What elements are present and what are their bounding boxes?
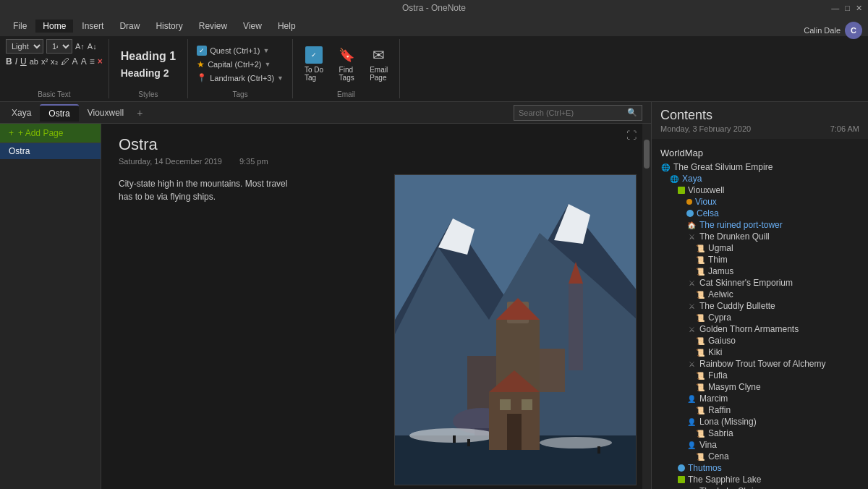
maximize-button[interactable]: □: [845, 4, 850, 13]
quest-tag[interactable]: ✓ Quest (Ctrl+1) ▼: [194, 45, 286, 56]
page-ostra[interactable]: Ostra: [0, 143, 101, 159]
underline-button[interactable]: U: [20, 56, 27, 67]
cypra-label: Cypra: [708, 312, 731, 323]
superscript-button[interactable]: x²: [41, 57, 48, 66]
text-format-row: B I U ab x² x₂ 🖊 A A ≡ ×: [6, 56, 103, 67]
add-tab-button[interactable]: +: [132, 106, 147, 120]
grow-font-button[interactable]: A↑: [75, 42, 85, 51]
person-icon-lona: 👤: [686, 417, 697, 427]
scroll-thumb[interactable]: [644, 140, 650, 169]
highlight-button[interactable]: 🖊: [61, 56, 69, 67]
tree-item-aelwic[interactable]: 📜 Aelwic: [652, 289, 868, 300]
minimize-button[interactable]: —: [831, 4, 839, 13]
tree-item-kiki[interactable]: 📜 Kiki: [652, 346, 868, 358]
content-scrollbar[interactable]: [642, 124, 651, 489]
tree-item-cypra[interactable]: 📜 Cypra: [652, 312, 868, 323]
tree-item-raffin[interactable]: 📜 Raffin: [652, 404, 868, 416]
contents-date: Monday, 3 February 2020: [660, 124, 751, 133]
scroll-icon-thim: 📜: [695, 255, 705, 265]
scroll-icon-gaiuso: 📜: [695, 336, 705, 346]
tab-xaya[interactable]: Xaya: [3, 105, 40, 121]
expand-button[interactable]: ⛶: [626, 129, 637, 141]
tree-item-jamus[interactable]: 📜 Jamus: [652, 265, 868, 277]
tree-item-silvium[interactable]: 🌐 The Great Silvium Empire: [652, 161, 868, 173]
email-page-button[interactable]: ✉ EmailPage: [364, 43, 393, 85]
tab-viouxwell[interactable]: Viouxwell: [79, 105, 132, 121]
email-icon: ✉: [370, 46, 388, 64]
svg-rect-22: [507, 414, 522, 450]
strikethrough-button[interactable]: ab: [30, 57, 38, 66]
delete-format-button[interactable]: ×: [98, 56, 103, 67]
scroll-icon-cypra: 📜: [695, 312, 705, 323]
tree-item-cena[interactable]: 📜 Cena: [652, 451, 868, 462]
svg-rect-8: [569, 284, 583, 370]
tree-item-ugmal[interactable]: 📜 Ugmal: [652, 242, 868, 254]
tree-item-vioux[interactable]: Vioux: [652, 196, 868, 208]
align-button[interactable]: ≡: [90, 56, 95, 67]
tree-item-thim[interactable]: 📜 Thim: [652, 254, 868, 265]
tab-help[interactable]: Help: [271, 20, 303, 33]
shrink-font-button[interactable]: A↓: [88, 42, 97, 51]
tree-item-masym[interactable]: 📜 Masym Clyne: [652, 381, 868, 393]
tag-dropdown-arrow[interactable]: ▼: [263, 47, 270, 54]
add-page-button[interactable]: + + Add Page: [0, 124, 101, 143]
font-name-select[interactable]: Light: [6, 39, 43, 54]
golden-thorn-label: Golden Thorn Armaments: [699, 324, 799, 334]
page-icon-tower: 🏠: [686, 220, 697, 230]
tree-item-fufia[interactable]: 📜 Fufia: [652, 370, 868, 381]
page-title: Ostra: [119, 135, 625, 154]
window-controls[interactable]: — □ ✕: [831, 4, 862, 13]
tab-history[interactable]: History: [148, 20, 190, 33]
clear-format-button[interactable]: A: [81, 56, 87, 67]
add-page-icon: +: [9, 128, 14, 138]
font-color-button[interactable]: A: [72, 56, 78, 67]
tab-review[interactable]: Review: [192, 20, 234, 33]
heading1-button[interactable]: Heading 1: [115, 48, 182, 64]
heading2-button[interactable]: Heading 2: [115, 66, 182, 80]
tab-view[interactable]: View: [236, 20, 269, 33]
todo-tag-button[interactable]: ✓ To DoTag: [299, 43, 329, 85]
find-tags-label: FindTags: [339, 66, 354, 82]
tree-item-cuddly[interactable]: ⚔ The Cuddly Bullette: [652, 300, 868, 312]
tree-item-vina[interactable]: 👤 Vina: [652, 439, 868, 451]
thim-label: Thim: [708, 255, 728, 265]
search-input[interactable]: [514, 109, 623, 117]
search-icon[interactable]: 🔍: [623, 108, 642, 117]
tree-item-gaiuso[interactable]: 📜 Gaiuso: [652, 335, 868, 346]
tree-item-golden-thorn[interactable]: ⚔ Golden Thorn Armaments: [652, 323, 868, 335]
landmark-dropdown-arrow[interactable]: ▼: [277, 75, 284, 82]
tree-item-lona[interactable]: 👤 Lona (Missing): [652, 416, 868, 428]
tab-home[interactable]: Home: [35, 20, 73, 33]
close-button[interactable]: ✕: [856, 4, 862, 13]
tree-item-rainbow[interactable]: ⚔ Rainbow Trout Tower of Alchemy: [652, 358, 868, 370]
tree-item-lake-shrine[interactable]: ⚔ The Lake Shrine: [652, 485, 868, 489]
tab-file[interactable]: File: [6, 20, 34, 33]
tab-insert[interactable]: Insert: [75, 20, 111, 33]
app-title: Ostra - OneNote: [402, 3, 466, 13]
tab-draw[interactable]: Draw: [112, 20, 147, 33]
tree-item-ruined-tower[interactable]: 🏠 The ruined port-tower: [652, 219, 868, 231]
ugmal-label: Ugmal: [708, 243, 733, 253]
italic-button[interactable]: I: [15, 56, 17, 67]
bold-button[interactable]: B: [6, 56, 12, 67]
capital-tag[interactable]: ★ Capital (Ctrl+2) ▼: [194, 59, 286, 70]
tree-item-viouxwell[interactable]: Viouxwell: [652, 184, 868, 196]
subscript-button[interactable]: x₂: [51, 57, 58, 67]
tree-item-cat-skinner[interactable]: ⚔ Cat Skinner's Emporium: [652, 277, 868, 289]
find-tags-button[interactable]: 🔖 FindTags: [332, 43, 361, 85]
font-size-select[interactable]: 14: [46, 39, 72, 54]
svg-rect-19: [597, 446, 600, 454]
capital-dropdown-arrow[interactable]: ▼: [264, 61, 271, 68]
landmark-tag[interactable]: 📍 Landmark (Ctrl+3) ▼: [194, 72, 286, 83]
quest-tag-label: Quest (Ctrl+1): [210, 46, 260, 55]
tree-item-xaya[interactable]: 🌐 Xaya: [652, 173, 868, 184]
tab-ostra[interactable]: Ostra: [40, 104, 78, 122]
notebook-area: Xaya Ostra Viouxwell + 🔍 + + Add Page Os…: [0, 102, 651, 489]
tree-item-marcim[interactable]: 👤 Marcim: [652, 393, 868, 404]
tree-item-celsa[interactable]: Celsa: [652, 208, 868, 219]
tree-item-sapphire-lake[interactable]: The Sapphire Lake: [652, 474, 868, 485]
tree-item-sabria[interactable]: 📜 Sabria: [652, 428, 868, 439]
search-bar: 🔍: [514, 105, 642, 121]
tree-item-drunken-quill[interactable]: ⚔ The Drunken Quill: [652, 231, 868, 242]
tree-item-thutmos[interactable]: Thutmos: [652, 462, 868, 474]
